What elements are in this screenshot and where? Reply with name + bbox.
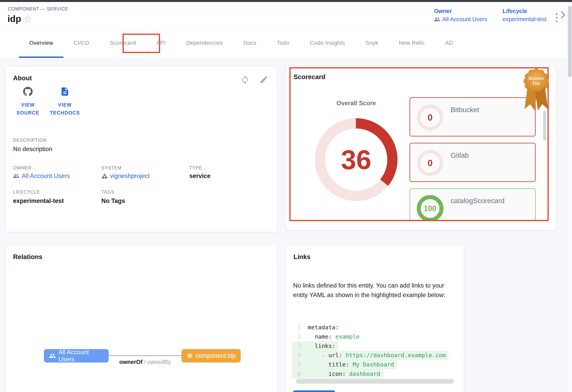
code-line-2: 2 name: example <box>292 332 362 341</box>
owner-field-link[interactable]: All Account Users <box>13 172 70 180</box>
code-line-3: 3 links: <box>292 341 338 351</box>
top-accent-bar <box>0 0 572 2</box>
tab-dependencies[interactable]: Dependencies <box>176 29 233 58</box>
relation-ownerof-label: ownerOf <box>119 359 143 365</box>
lifecycle-value: experimental-test <box>503 16 546 23</box>
system-field-link[interactable]: vigneshproject <box>101 172 150 180</box>
page-scrollbar-track <box>567 2 572 392</box>
overall-score-value: 36 <box>310 113 403 206</box>
view-techdocs-link[interactable]: VIEW TECHDOCS <box>46 87 84 117</box>
tab-ad[interactable]: AD <box>435 29 463 58</box>
relation-ownedby-label: ownedBy <box>147 359 171 365</box>
scorecard-item-bitbucket[interactable]: 0Bitbucket <box>410 97 536 136</box>
score-value: 0 <box>415 148 445 178</box>
tab-code-insights[interactable]: Code Insights <box>300 29 355 58</box>
relation-node-component[interactable]: component:idp <box>181 349 241 362</box>
relation-node-owner[interactable]: All Account Users <box>44 349 109 362</box>
relation-edge-label: ownerOf / ownedBy <box>109 359 181 365</box>
entity-header: COMPONENT — SERVICE idp ☆ Owner All Acco… <box>0 2 572 29</box>
tab-snyk[interactable]: Snyk <box>355 29 388 58</box>
code-line-5: 5 title: My Dashboard <box>292 360 397 369</box>
system-field-label: SYSTEM <box>101 165 122 171</box>
view-techdocs-label: VIEW TECHDOCS <box>46 101 84 117</box>
tab-new-relic[interactable]: New Relic <box>389 29 435 58</box>
scorecard-item-catalogscorecard[interactable]: 100catalogScorecard <box>410 188 536 221</box>
score-name: catalogScorecard <box>451 197 504 205</box>
relation-label-separator: / <box>143 359 147 365</box>
bronze-tier-badge: Bronze Tier <box>522 68 550 111</box>
lifecycle-field-label: LIFECYCLE <box>13 189 40 195</box>
score-value: 100 <box>415 194 445 221</box>
view-source-link[interactable]: VIEW SOURCE <box>9 87 47 117</box>
tab-ci-cd[interactable]: CI/CD <box>64 29 100 58</box>
codeblock-horizontal-scrollbar[interactable] <box>296 379 454 384</box>
about-card: About VIEW SOURCE VIEW TECHDOCS DESCRIPT… <box>5 67 277 232</box>
owner-link[interactable]: All Account Users <box>434 16 487 23</box>
type-field-label: TYPE <box>189 165 202 171</box>
code-line-1: 1metadata: <box>292 323 342 332</box>
links-card: Links No links defined for this entity. … <box>286 246 464 392</box>
relations-card-title: Relations <box>13 253 43 261</box>
favorite-star-icon[interactable]: ☆ <box>23 14 32 24</box>
yaml-example-codeblock: 1metadata:2 name: example3 links:4 - url… <box>292 323 457 382</box>
scorecard-list-scrollbar[interactable] <box>543 111 546 140</box>
view-source-label: VIEW SOURCE <box>9 101 47 117</box>
breadcrumb: COMPONENT — SERVICE <box>8 6 68 12</box>
header-owner-block: Owner All Account Users <box>434 8 487 23</box>
tab-api[interactable]: API <box>146 29 176 58</box>
owner-value: All Account Users <box>442 16 487 23</box>
owner-field-value: All Account Users <box>22 172 70 180</box>
entity-tabbar: OverviewCI/CDScorecardAPIDependenciesDoc… <box>0 29 572 58</box>
description-value: No description <box>13 146 52 153</box>
about-card-title: About <box>13 74 32 82</box>
owner-field-label: OWNER <box>13 165 32 171</box>
page-scrollbar-thumb[interactable] <box>568 6 572 77</box>
badge-seal: Bronze Tier <box>526 71 546 91</box>
relations-card: Relations ownerOf / ownedBy All Account … <box>5 246 277 392</box>
edit-pencil-icon[interactable] <box>259 75 269 84</box>
system-field-value: vigneshproject <box>110 172 150 180</box>
owner-label: Owner <box>434 8 487 15</box>
scorecard-items-list: 0Bitbucket0Gitlab100catalogScorecard <box>410 97 538 221</box>
tags-field-label: TAGS <box>101 189 114 195</box>
links-card-title: Links <box>294 253 311 261</box>
docs-icon <box>60 87 70 97</box>
score-value: 0 <box>415 103 445 132</box>
scorecard-card: Scorecard Bronze Tier Overall Score 36 0… <box>286 66 556 230</box>
group-icon <box>434 16 440 23</box>
relation-component-node-label: component:idp <box>196 352 236 359</box>
github-icon <box>23 87 33 97</box>
lifecycle-field-value: experimental-test <box>13 197 64 205</box>
relation-owner-node-label: All Account Users <box>59 349 104 363</box>
add-links-button[interactable] <box>293 391 335 392</box>
group-icon <box>13 173 19 179</box>
tab-docs[interactable]: Docs <box>233 29 267 58</box>
tab-todo[interactable]: Todo <box>267 29 300 58</box>
score-name: Gitlab <box>451 151 469 159</box>
lifecycle-label: Lifecycle <box>503 8 546 15</box>
type-field-value: service <box>189 172 210 180</box>
tab-scorecard[interactable]: Scorecard <box>99 29 146 58</box>
group-icon <box>49 352 56 359</box>
code-line-4: 4 - url: https://dashboard.example.com <box>292 351 448 360</box>
tags-field-value: No Tags <box>101 197 125 205</box>
links-empty-message: No links defined for this entity. You ca… <box>293 281 457 300</box>
score-name: Bitbucket <box>451 106 479 114</box>
refresh-icon[interactable] <box>240 75 249 84</box>
scorecard-item-gitlab[interactable]: 0Gitlab <box>410 143 536 182</box>
scorecard-card-title: Scorecard <box>294 73 325 81</box>
description-label: DESCRIPTION <box>13 138 47 143</box>
category-icon <box>101 173 108 179</box>
badge-label: Bronze Tier <box>526 71 546 91</box>
header-lifecycle-block: Lifecycle experimental-test <box>503 8 546 23</box>
page-title: idp <box>8 14 21 24</box>
overall-score-label: Overall Score <box>317 100 396 107</box>
code-line-6: 6 icon: dashboard <box>292 369 383 378</box>
relation-edge-line <box>109 355 181 356</box>
chip-icon <box>187 353 193 359</box>
tab-overview[interactable]: Overview <box>19 29 64 58</box>
overall-score-gauge: 36 <box>310 113 403 206</box>
more-options-kebab-icon[interactable] <box>553 11 560 25</box>
